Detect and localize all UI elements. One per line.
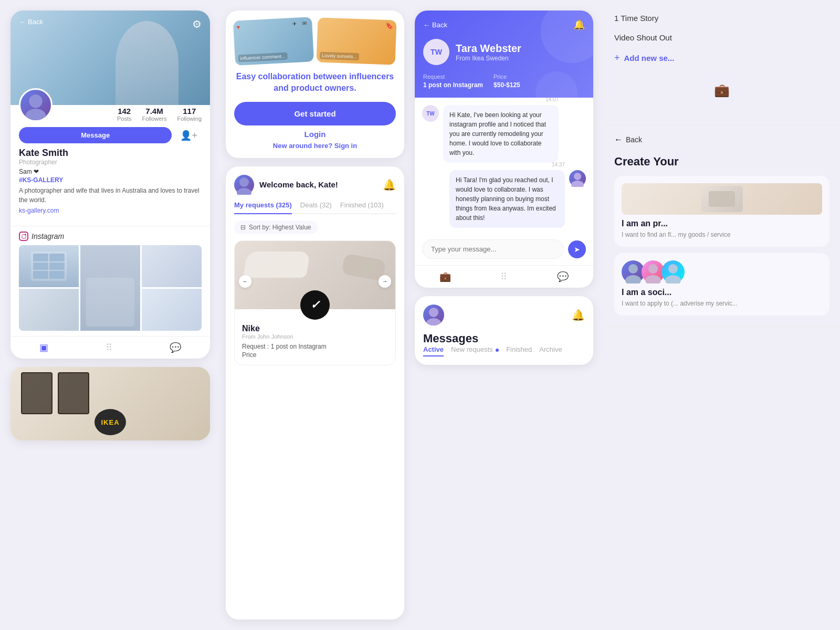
role-card-title-social: I am a soci... (622, 288, 822, 297)
collab-description: Easy collaboration between influencers a… (234, 71, 396, 94)
profile-nav-bar: ▣ ⠿ 💬 (10, 336, 210, 359)
create-back-label[interactable]: Back (626, 135, 642, 144)
sidebar-item-add-new[interactable]: + Add new se... (614, 47, 830, 69)
profile-bio: A photographer and wife that lives in Au… (19, 186, 202, 205)
profile-role: Photographer (19, 159, 202, 166)
profile-actions: Message 👤+ (19, 127, 202, 143)
send-button[interactable]: ➤ (568, 240, 586, 258)
requests-tabs: My requests (325) Deals (32) Finished (1… (234, 201, 396, 214)
sidebar-time-story-label: 1 Time Story (614, 14, 658, 23)
role-card-product-owner[interactable]: I am an pr... I want to find an fl... my… (614, 176, 830, 247)
profile-hashtag[interactable]: #KS-GALLERY (19, 176, 202, 184)
chat-grid-icon[interactable]: ⠿ (500, 271, 507, 282)
notification-bell-icon[interactable]: 🔔 (383, 178, 396, 191)
nike-price-label: Price (242, 351, 388, 359)
followers-count: 7.4M (142, 107, 166, 116)
chat-back-label: Back (432, 21, 447, 29)
insta-cell-3[interactable] (142, 245, 202, 287)
insta-cell-4[interactable] (19, 289, 79, 331)
message-row: TW 14:07 Hi Kate, I've been looking at y… (422, 105, 586, 163)
sidebar-video-shout-label: Video Shout Out (614, 33, 672, 42)
collab-image-1: ♥ ✈ ✉ influencer comment... (233, 17, 314, 66)
create-title: Create Your (614, 155, 830, 169)
instagram-label: Instagram (19, 232, 202, 241)
add-friend-button[interactable]: 👤+ (176, 127, 202, 143)
nike-prev-button[interactable]: ← (239, 275, 251, 288)
tab-new-requests[interactable]: New requests (451, 345, 499, 356)
followers-label: Followers (142, 116, 166, 122)
chat-bubble-icon[interactable]: 💬 (557, 271, 569, 282)
plus-icon: + (614, 52, 620, 64)
nav-chat-icon[interactable]: 💬 (170, 342, 181, 353)
messages-bell-icon[interactable]: 🔔 (572, 309, 585, 321)
login-button[interactable]: Login (304, 130, 326, 139)
svg-point-7 (426, 318, 441, 326)
profile-avatar-section: 142 Posts 7.4M Followers 117 Following M… (10, 105, 210, 226)
chat-input[interactable] (422, 239, 564, 259)
chat-header-top: ← Back 🔔 (423, 19, 585, 30)
instagram-text: Instagram (32, 232, 64, 240)
sidebar-item-time-story[interactable]: 1 Time Story (614, 8, 830, 28)
chat-header: ← Back 🔔 TW Tara Webster From Ikea Swede… (415, 10, 593, 98)
chat-back-button[interactable]: ← Back (423, 21, 447, 29)
nike-from-label: From John Johnson (242, 333, 388, 340)
profile-name: Kate Smith (19, 148, 202, 159)
back-arrow-icon: ← (423, 21, 430, 29)
message-bubble: Hi Kate, I've been looking at your insta… (443, 105, 559, 163)
profile-website[interactable]: ks-gallery.com (19, 207, 202, 214)
nike-logo: ✓ (300, 290, 330, 320)
insta-cell-1[interactable] (19, 245, 79, 287)
far-right-panel: 1 Time Story Video Shout Out + Add new s… (598, 0, 840, 630)
svg-point-5 (571, 181, 584, 187)
back-arrow-icon-2: ← (614, 135, 623, 144)
briefcase-icon[interactable]: 💼 (709, 77, 735, 103)
chat-briefcase-icon[interactable]: 💼 (439, 271, 451, 282)
welcome-header: Welcome back, Kate! 🔔 (234, 175, 396, 195)
tab-deals[interactable]: Deals (32) (300, 201, 332, 214)
insta-cell-2[interactable] (80, 245, 140, 331)
briefcase-icon-container: 💼 (614, 69, 830, 112)
nav-grid-icon[interactable]: ⠿ (106, 342, 112, 353)
tab-my-requests[interactable]: My requests (325) (234, 201, 292, 214)
settings-gear-icon[interactable]: ⚙ (192, 18, 202, 30)
back-row: ← Back (604, 130, 840, 150)
request-value: 1 post on Instagram (423, 81, 483, 89)
price-label: Price (494, 74, 520, 80)
sidebar-item-video-shout-out[interactable]: Video Shout Out (614, 28, 830, 47)
sign-in-link[interactable]: Sign in (334, 142, 357, 150)
chat-request-info: Request 1 post on Instagram (423, 74, 483, 89)
profile-card: ← Back ⚙ 142 Posts (10, 10, 210, 359)
role-card-title-product: I am an pr... (622, 219, 822, 228)
tab-archive[interactable]: Archive (539, 345, 562, 356)
create-your-section: Create Your I am an pr... I want to find… (604, 150, 840, 328)
svg-point-11 (645, 275, 661, 284)
collab-text-highlighted: Easy collaboration (236, 72, 311, 81)
insta-cell-5[interactable] (142, 289, 202, 331)
ikea-card[interactable]: IKEA (10, 367, 210, 440)
message-button[interactable]: Message (19, 127, 172, 143)
tab-finished[interactable]: Finished (506, 345, 532, 356)
tab-finished[interactable]: Finished (103) (340, 201, 384, 214)
self-message-time: 14:37 (552, 162, 565, 167)
chat-input-area: ➤ (415, 234, 593, 265)
left-panel: ← Back ⚙ 142 Posts (0, 0, 220, 630)
instagram-icon (19, 232, 28, 241)
profile-back-button[interactable]: ← Back (19, 18, 43, 26)
self-message-bubble: Hi Tara! I'm glad you reached out, I wou… (449, 170, 565, 228)
role-card-social[interactable]: I am a soci... I want to apply to (... a… (614, 253, 830, 316)
nav-portfolio-icon[interactable]: ▣ (39, 342, 48, 353)
sender-avatar: TW (422, 105, 439, 122)
requests-card: Welcome back, Kate! 🔔 My requests (325) … (226, 166, 404, 620)
posts-stat: 142 Posts (117, 107, 132, 122)
sort-filter-button[interactable]: ⊟ Sort by: Highest Value (234, 220, 318, 234)
chat-bell-icon[interactable]: 🔔 (573, 19, 585, 30)
messages-card-header: 🔔 (423, 304, 585, 326)
get-started-button[interactable]: Get started (234, 102, 396, 125)
tab-active[interactable]: Active (423, 345, 444, 356)
svg-point-10 (648, 264, 658, 274)
arrow-left-icon: ← (19, 18, 26, 26)
nike-next-button[interactable]: → (379, 275, 391, 288)
svg-point-13 (665, 275, 681, 284)
role-card-desc-product: I want to find an fl... my goods / servi… (622, 230, 822, 239)
request-label: Request (423, 74, 483, 80)
